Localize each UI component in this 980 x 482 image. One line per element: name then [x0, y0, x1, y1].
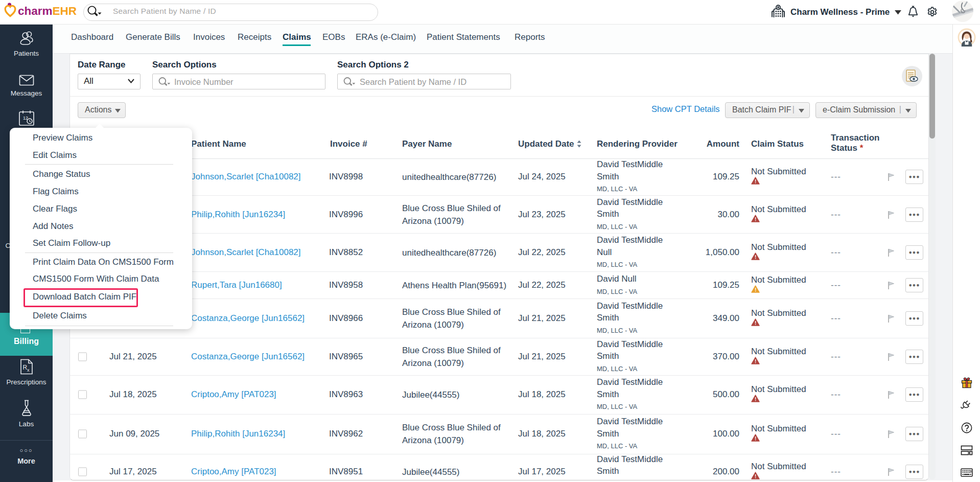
svg-text:x: x: [27, 368, 30, 373]
